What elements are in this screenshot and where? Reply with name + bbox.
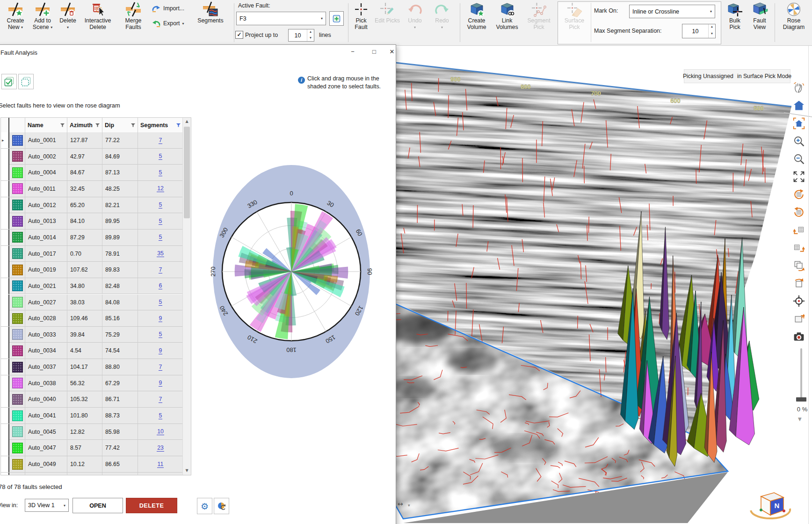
- table-row[interactable]: Auto_0038 56.32 67.29 9: [1, 375, 183, 392]
- fault-color-swatch[interactable]: [12, 232, 23, 243]
- fault-color-cell[interactable]: [10, 132, 25, 148]
- column-header-name[interactable]: Name: [25, 118, 67, 132]
- table-row[interactable]: Auto_0004 84.67 87.13 5: [1, 165, 183, 181]
- fault-color-swatch[interactable]: [12, 426, 23, 437]
- settings-button[interactable]: ⚙: [197, 498, 212, 514]
- fault-color-cell[interactable]: [10, 359, 25, 375]
- tool-pan-hand[interactable]: [793, 82, 806, 95]
- segments-link[interactable]: 35: [157, 250, 164, 257]
- segments-link[interactable]: 11: [157, 461, 164, 468]
- fault-color-cell[interactable]: [10, 440, 25, 456]
- fault-color-swatch[interactable]: [12, 443, 23, 453]
- filter-icon[interactable]: [60, 123, 65, 127]
- table-row[interactable]: Auto_0014 87.29 89.89 5: [1, 230, 183, 246]
- add-fault-button[interactable]: [329, 11, 344, 26]
- fault-name-cell[interactable]: Auto_0017: [25, 246, 67, 262]
- tool-shift-back[interactable]: [793, 224, 806, 237]
- spin-up-icon[interactable]: ▲: [709, 24, 715, 31]
- fault-color-cell[interactable]: [10, 278, 25, 294]
- spin-down-icon[interactable]: ▼: [709, 31, 715, 38]
- table-row[interactable]: ▸ Auto_0001 127.87 77.22 7: [1, 132, 183, 149]
- table-row[interactable]: Auto_0033 39.84 75.29 5: [1, 327, 183, 343]
- interactive-delete-button[interactable]: Interactive Delete: [80, 1, 116, 31]
- pick-fault-button[interactable]: Pick Fault: [349, 1, 373, 31]
- table-row[interactable]: Auto_0028 109.46 85.16 9: [1, 310, 183, 327]
- tool-zoom-out[interactable]: [793, 153, 806, 166]
- scroll-down-icon[interactable]: ▼: [183, 467, 191, 474]
- fault-color-cell[interactable]: [10, 181, 25, 197]
- fault-color-swatch[interactable]: [12, 151, 23, 162]
- segments-link[interactable]: 6: [159, 282, 163, 289]
- fault-color-swatch[interactable]: [12, 183, 23, 194]
- table-row[interactable]: Auto_0047 8.57 77.42 23: [1, 440, 183, 456]
- fault-color-cell[interactable]: [10, 165, 25, 180]
- tool-flip-prev[interactable]: [793, 277, 806, 290]
- fault-color-swatch[interactable]: [12, 280, 23, 291]
- table-row[interactable]: Auto_0019 107.62 89.83 7: [1, 262, 183, 278]
- table-row[interactable]: Auto_0041 101.80 88.73 5: [1, 408, 183, 424]
- column-header-dip[interactable]: Dip: [102, 118, 138, 132]
- table-row[interactable]: Auto_0027 38.03 84.08 5: [1, 294, 183, 311]
- segments-link[interactable]: 12: [157, 185, 164, 192]
- tool-flip-next[interactable]: [793, 259, 806, 273]
- fault-name-cell[interactable]: Auto_0012: [25, 197, 67, 213]
- view-in-dropdown[interactable]: 3D View 1 ▾: [25, 499, 69, 512]
- fault-color-swatch[interactable]: [12, 313, 23, 324]
- rose-diagram[interactable]: 0306090120150180210240270300330: [206, 162, 375, 381]
- fault-name-cell[interactable]: Auto_0004: [25, 165, 67, 180]
- open-button[interactable]: OPEN: [72, 498, 123, 513]
- export-button[interactable]: Export ▾: [152, 19, 184, 28]
- pan-horizontal-icon[interactable]: ↔: [398, 500, 403, 508]
- segments-link[interactable]: 5: [159, 234, 163, 241]
- create-new-button[interactable]: Create New ▾: [3, 1, 28, 31]
- segments-link[interactable]: 7: [159, 364, 163, 371]
- project-checkbox[interactable]: ✓: [235, 31, 243, 39]
- segments-link[interactable]: 7: [159, 396, 163, 403]
- spin-down-icon[interactable]: ▼: [307, 36, 314, 42]
- reset-colors-button[interactable]: [214, 498, 229, 514]
- fault-color-swatch[interactable]: [12, 167, 23, 178]
- column-header-segments[interactable]: Segments: [138, 118, 183, 132]
- fault-color-swatch[interactable]: [12, 329, 23, 340]
- segments-link[interactable]: 5: [159, 218, 163, 225]
- table-scrollbar[interactable]: ▲ ▼: [182, 118, 191, 475]
- fault-color-cell[interactable]: [10, 343, 25, 359]
- rose-diagram-panel[interactable]: 0306090120150180210240270300330: [206, 162, 375, 381]
- fault-color-cell[interactable]: [10, 408, 25, 424]
- fault-color-swatch[interactable]: [12, 378, 23, 388]
- tool-zoom-in[interactable]: [793, 135, 806, 148]
- fault-color-swatch[interactable]: [12, 297, 23, 308]
- table-row[interactable]: Auto_0002 42.97 84.69 5: [1, 149, 183, 165]
- scrollbar-thumb[interactable]: [184, 127, 190, 218]
- fault-name-cell[interactable]: Auto_0040: [25, 391, 67, 407]
- redo-button[interactable]: Redo▾: [430, 1, 454, 31]
- fault-name-cell[interactable]: Auto_0037: [25, 359, 67, 375]
- filter-icon-active[interactable]: [176, 123, 181, 127]
- 3d-view-panel[interactable]: 900800700600500 Picking Unassigned in Su…: [395, 46, 812, 524]
- table-row[interactable]: Auto_0045 12.82 85.98 10: [1, 424, 183, 440]
- fault-color-cell[interactable]: [10, 262, 25, 278]
- segments-link[interactable]: 5: [159, 153, 163, 160]
- max-sep-stepper[interactable]: 10 ▲▼: [682, 24, 716, 38]
- link-volumes-button[interactable]: Link Volumes: [493, 1, 522, 31]
- delete-button[interactable]: DELETE: [126, 498, 177, 513]
- fault-name-cell[interactable]: Auto_0049: [25, 456, 67, 472]
- fault-color-cell[interactable]: [10, 310, 25, 326]
- fault-color-swatch[interactable]: [12, 265, 23, 275]
- segments-link[interactable]: 7: [159, 137, 163, 144]
- delete-fault-button[interactable]: Delete▾: [57, 1, 79, 31]
- zoom-slider-track[interactable]: [800, 348, 802, 401]
- fault-color-swatch[interactable]: [12, 345, 23, 356]
- fault-color-cell[interactable]: [10, 424, 25, 440]
- table-row[interactable]: Auto_0037 104.17 88.80 7: [1, 359, 183, 375]
- fault-name-cell[interactable]: Auto_0041: [25, 408, 67, 424]
- fault-name-cell[interactable]: Auto_0047: [25, 440, 67, 456]
- expand-chevron-icon[interactable]: ▾: [408, 503, 410, 508]
- surface-pick-button[interactable]: Surface Pick: [560, 1, 588, 31]
- filter-icon[interactable]: [131, 123, 135, 127]
- fault-name-cell[interactable]: Auto_0013: [25, 213, 67, 229]
- segments-link[interactable]: 9: [159, 380, 163, 387]
- fault-color-swatch[interactable]: [12, 410, 23, 421]
- undo-button[interactable]: Undo▾: [403, 1, 427, 31]
- spin-up-icon[interactable]: ▲: [307, 29, 314, 36]
